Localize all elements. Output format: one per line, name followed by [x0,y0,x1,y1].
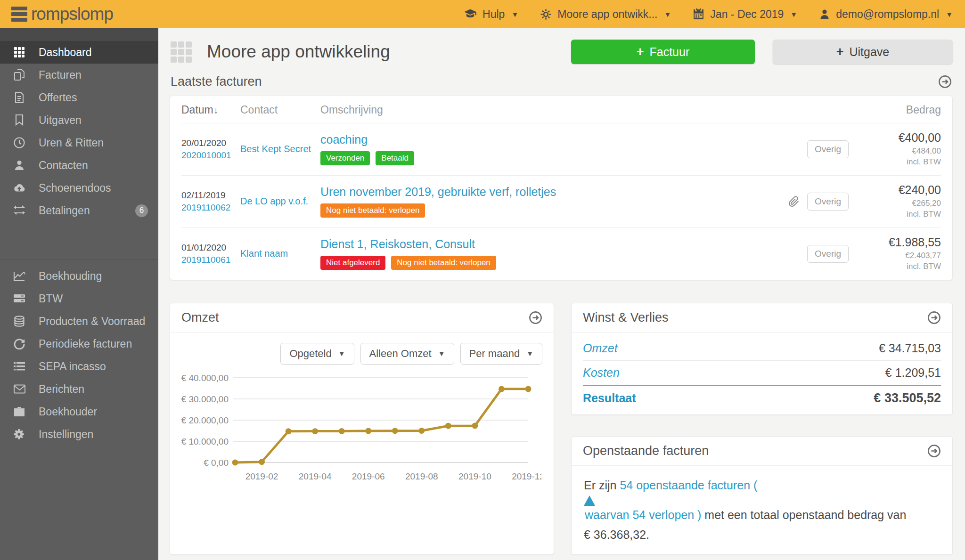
sidebar-item-boekhouding[interactable]: Boekhouding [0,265,158,287]
latest-invoices-card: Datum↓ Contact Omschrijving Bedrag 20/01… [170,96,953,280]
line-chart-icon [12,270,26,282]
sidebar-item-instellingen[interactable]: Instellingen [0,423,158,446]
latest-invoices-header: Laatste facturen [171,74,952,89]
status-badge: Niet afgeleverd [320,256,385,270]
database-icon [12,316,26,327]
wv-row-resultaat: Resultaat € 33.505,52 [583,385,941,411]
graduation-cap-icon [464,8,477,20]
filter-opgeteld[interactable]: Opgeteld▼ [280,343,354,365]
invoice-status-badges: Nog niet betaald: verlopen [320,203,783,218]
omzet-value: € 34.715,03 [879,341,941,355]
invoice-status-badges: Niet afgeleverdNog niet betaald: verlope… [320,256,783,270]
paperclip-icon[interactable] [788,196,800,207]
goto-winst-verlies-icon[interactable] [927,311,941,325]
winst-verlies-title: Winst & Verlies [583,310,669,325]
briefcase-icon [12,406,26,417]
invoice-contact-link[interactable]: Klant naam [240,248,288,259]
omzet-link[interactable]: Omzet [583,341,618,355]
gear-icon [540,8,552,20]
chevron-down-icon: ▼ [438,349,445,357]
openstaande-text: Er zijn 54 openstaande facturen ( waarva… [572,466,922,554]
sidebar-item-boekhouder[interactable]: Boekhouder [0,400,158,423]
bookmark-icon [12,114,26,126]
sidebar-item-dashboard[interactable]: Dashboard [0,41,158,64]
menu-period[interactable]: Jan - Dec 2019 ▼ [693,8,797,21]
sidebar-item-periodieke-facturen[interactable]: Periodieke facturen [0,333,158,355]
goto-omzet-icon[interactable] [529,311,542,325]
kosten-value: € 1.209,51 [885,366,941,380]
svg-text:2019-10: 2019-10 [458,471,491,481]
invoice-amount: €400,00 [849,131,941,145]
goto-invoices-icon[interactable] [938,75,952,89]
sort-desc-icon: ↓ [213,105,219,115]
invoices-copy-icon [12,69,26,81]
add-uitgave-button[interactable]: + Uitgave [773,40,953,64]
column-datum[interactable]: Datum↓ [181,104,240,116]
omzet-card: Omzet Opgeteld▼ Alleen Omzet▼ Per maand▼… [170,303,554,555]
svg-text:2019-04: 2019-04 [299,471,332,481]
sidebar-item-contacten[interactable]: Contacten [0,154,158,177]
sidebar-item-schoenendoos[interactable]: Schoenendoos [0,177,158,199]
status-badge: Nog niet betaald: verlopen [320,203,425,218]
invoice-amount-incl: €484,00 [849,146,941,157]
incl-btw-label: incl. BTW [849,261,941,272]
column-contact[interactable]: Contact [240,104,320,116]
filter-per-maand[interactable]: Per maand▼ [460,343,542,365]
invoice-number-link[interactable]: 2020010001 [181,150,231,160]
sidebar-item-uren-ritten[interactable]: Uren & Ritten [0,131,158,154]
menu-administration[interactable]: Moore app ontwikk... ▼ [540,8,671,21]
envelope-icon [12,384,26,394]
overig-button[interactable]: Overig [807,140,849,158]
status-badge: Nog niet betaald: verlopen [391,256,496,270]
invoice-description-link[interactable]: coaching [320,133,368,146]
sidebar-item-facturen[interactable]: Facturen [0,64,158,86]
status-badge: Betaald [376,151,414,165]
page-title: Moore app ontwikkeling [207,42,390,62]
sidebar-item-producten-voorraad[interactable]: Producten & Voorraad [0,310,158,333]
invoice-amount: €1.988,55 [849,235,941,249]
column-omschrijving[interactable]: Omschrijving [320,104,783,116]
topbar: rompslomp Hulp ▼ Moore app ontwikk... ▼ … [0,0,965,28]
kosten-link[interactable]: Kosten [583,366,620,380]
sidebar-item-betalingen[interactable]: Betalingen 6 [0,199,158,222]
gear-icon [12,429,26,440]
overig-button[interactable]: Overig [807,193,849,211]
server-icon [12,293,26,304]
svg-text:€ 40.000,00: € 40.000,00 [181,373,229,383]
logo-text: rompslomp [31,4,113,24]
add-factuur-button[interactable]: + Factuur [571,40,755,64]
sidebar-item-sepa-incasso[interactable]: SEPA incasso [0,355,158,378]
app-logo[interactable]: rompslomp [11,4,113,24]
clock-icon [12,137,26,148]
menu-hulp[interactable]: Hulp ▼ [464,8,518,21]
omzet-filters: Opgeteld▼ Alleen Omzet▼ Per maand▼ [170,343,542,365]
wv-row-kosten: Kosten € 1.209,51 [583,360,941,385]
menu-account[interactable]: demo@rompslomp.nl ▼ [819,8,953,21]
administration-grid-icon[interactable] [171,41,192,63]
sidebar-item-offertes[interactable]: Offertes [0,86,158,109]
svg-text:2019-02: 2019-02 [245,471,278,481]
overig-button[interactable]: Overig [807,245,849,263]
goto-openstaande-icon[interactable] [927,444,941,458]
openstaande-title: Openstaande facturen [583,444,709,458]
invoice-contact-link[interactable]: Best Kept Secret [240,144,311,154]
resultaat-label: Resultaat [583,391,636,405]
sidebar-item-berichten[interactable]: Berichten [0,378,158,400]
sidebar-item-btw[interactable]: BTW [0,287,158,310]
column-bedrag[interactable]: Bedrag [849,104,941,116]
svg-text:2019-06: 2019-06 [352,471,385,481]
invoice-number-link[interactable]: 2019110061 [181,255,230,265]
invoice-description-link[interactable]: Uren november 2019, gebruikte verf, roll… [320,185,556,199]
sidebar-item-uitgaven[interactable]: Uitgaven [0,109,158,131]
invoice-contact-link[interactable]: De LO app v.o.f. [240,196,308,206]
invoice-amount-incl: €2.403,77 [849,251,941,261]
svg-text:€ 0,00: € 0,00 [204,458,229,468]
invoice-description-link[interactable]: Dienst 1, Reiskosten, Consult [320,237,475,251]
sidebar-spacer [0,222,158,260]
logo-bars-icon [11,7,27,22]
invoice-number-link[interactable]: 2019110062 [181,203,230,212]
filter-alleen-omzet[interactable]: Alleen Omzet▼ [360,343,454,365]
omzet-line-chart: € 0,00€ 10.000,00€ 20.000,00€ 30.000,00€… [174,368,541,486]
svg-text:2019-12: 2019-12 [512,471,541,481]
invoices-table-header: Datum↓ Contact Omschrijving Bedrag [181,96,941,123]
